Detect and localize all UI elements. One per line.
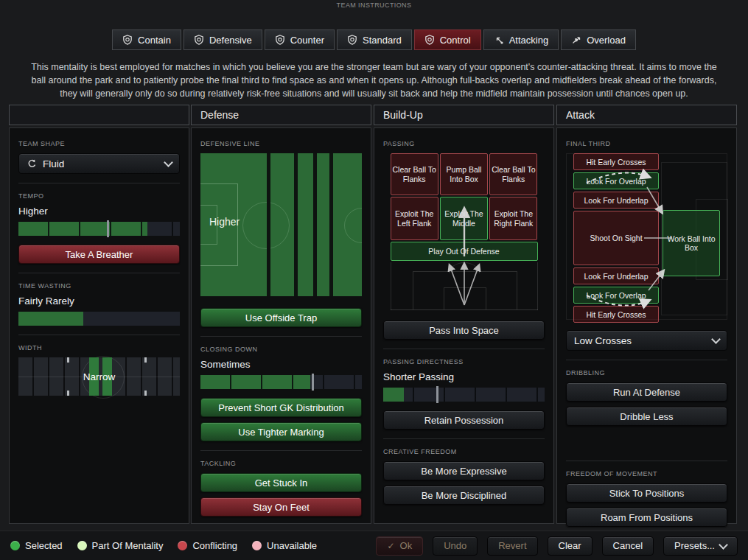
stick-to-positions-button[interactable]: Stick To Positions xyxy=(566,483,727,503)
zone-hit-early-crosses-bottom[interactable]: Hit Early Crosses xyxy=(573,306,659,323)
presets-button[interactable]: Presets... xyxy=(663,536,738,556)
closing-down-slider-tick xyxy=(312,374,314,391)
zone-play-out-of-defense[interactable]: Play Out Of Defense xyxy=(391,242,538,261)
divider xyxy=(18,335,180,335)
zone-look-for-overlap-bottom[interactable]: Look For Overlap xyxy=(573,287,659,304)
defensive-line-value: Higher xyxy=(209,216,240,228)
clear-button[interactable]: Clear xyxy=(548,536,593,556)
column-defense-header: Defense xyxy=(191,105,371,125)
slider-segments xyxy=(200,375,362,389)
tempo-slider[interactable] xyxy=(18,222,180,236)
final-third-label: FINAL THIRD xyxy=(566,140,727,147)
zone-look-for-underlap-bottom[interactable]: Look For Underlap xyxy=(573,267,659,284)
use-offside-trap-button[interactable]: Use Offside Trap xyxy=(200,308,362,327)
tab-attacking[interactable]: Attacking xyxy=(483,29,559,50)
tab-label: Contain xyxy=(138,35,171,46)
defensive-line-pitch[interactable]: Higher xyxy=(200,153,362,296)
zone-work-ball-into-box[interactable]: Work Ball Into Box xyxy=(663,210,720,276)
passing-directness-label: PASSING DIRECTNESS xyxy=(383,358,545,365)
tab-label: Control xyxy=(440,35,471,46)
crosses-dropdown[interactable]: Low Crosses xyxy=(566,330,727,351)
legend-label: Unavailable xyxy=(267,540,317,551)
zone-exploit-the-middle[interactable]: Exploit The Middle xyxy=(440,197,488,240)
column-build-up-header: Build-Up xyxy=(374,105,554,125)
tab-standard[interactable]: Standard xyxy=(337,29,412,50)
standard-shield-icon xyxy=(347,35,357,45)
zone-look-for-underlap-top[interactable]: Look For Underlap xyxy=(573,192,659,209)
column-defense-panel: DEFENSIVE LINE Higher Use Offside Trap C… xyxy=(191,127,371,524)
defensive-line-label: DEFENSIVE LINE xyxy=(200,140,362,147)
zone-look-for-overlap-top[interactable]: Look For Overlap xyxy=(573,172,659,189)
page-title: TEAM INSTRUCTIONS xyxy=(0,1,748,9)
zone-hit-early-crosses-top[interactable]: Hit Early Crosses xyxy=(573,153,659,170)
use-tighter-marking-button[interactable]: Use Tighter Marking xyxy=(200,422,362,441)
team-instructions-screen: TEAM INSTRUCTIONS Contain Defensive Coun… xyxy=(0,0,748,560)
pass-into-space-button[interactable]: Pass Into Space xyxy=(383,321,545,340)
time-wasting-slider[interactable] xyxy=(18,312,180,326)
dribble-less-button[interactable]: Dribble Less xyxy=(566,407,727,426)
closing-down-value: Sometimes xyxy=(200,359,362,370)
width-value: Narrow xyxy=(18,371,180,382)
team-shape-dropdown[interactable]: Fluid xyxy=(18,153,180,174)
closing-down-slider[interactable] xyxy=(200,375,362,389)
slider-segments xyxy=(383,388,545,402)
divider xyxy=(200,336,362,337)
run-at-defense-button[interactable]: Run At Defense xyxy=(566,382,727,402)
tab-overload[interactable]: Overload xyxy=(561,29,636,50)
zone-exploit-left-flank[interactable]: Exploit The Left Flank xyxy=(391,197,438,240)
revert-button[interactable]: Revert xyxy=(487,536,537,556)
width-tick xyxy=(67,391,69,396)
freedom-of-movement-label: FREEDOM OF MOVEMENT xyxy=(566,470,727,477)
legend-item-selected: Selected xyxy=(10,540,63,551)
goal-box xyxy=(444,287,486,309)
final-third-widget: Hit Early Crosses Look For Overlap Look … xyxy=(566,153,727,324)
legend-dot xyxy=(77,541,87,550)
column-build-up: Build-Up PASSING Clear Ball To Flanks Pu… xyxy=(374,105,554,524)
time-wasting-slider-fill xyxy=(18,312,83,326)
roam-from-positions-button[interactable]: Roam From Positions xyxy=(566,508,727,527)
column-attack-panel: FINAL THIRD Hit Early Crosses Look For O… xyxy=(556,127,737,524)
presets-label: Presets... xyxy=(674,540,715,551)
tab-control[interactable]: Control xyxy=(414,29,481,50)
legend: Selected Part Of Mentality Conflicting U… xyxy=(10,540,317,551)
width-tick xyxy=(144,357,147,363)
team-shape-label: TEAM SHAPE xyxy=(18,140,180,147)
get-stuck-in-button[interactable]: Get Stuck In xyxy=(200,473,362,492)
legend-label: Conflicting xyxy=(192,540,237,551)
team-shape-value: Fluid xyxy=(43,158,159,169)
zone-pump-ball-into-box[interactable]: Pump Ball Into Box xyxy=(440,153,488,195)
pitch-zone-divider xyxy=(329,153,333,296)
tempo-slider-tick xyxy=(107,220,109,237)
tab-counter[interactable]: Counter xyxy=(265,29,335,50)
mentality-description: This mentality is best employed for matc… xyxy=(24,60,724,100)
legend-dot xyxy=(10,541,20,550)
defensive-shield-icon xyxy=(194,35,204,45)
zone-exploit-right-flank[interactable]: Exploit The Right Flank xyxy=(489,197,537,240)
be-more-disciplined-button[interactable]: Be More Disciplined xyxy=(383,486,545,505)
tab-label: Defensive xyxy=(209,35,252,46)
divider xyxy=(383,438,545,439)
divider xyxy=(200,450,362,451)
prevent-short-gk-distribution-button[interactable]: Prevent Short GK Distribution xyxy=(200,398,362,417)
stay-on-feet-button[interactable]: Stay On Feet xyxy=(200,497,362,517)
retain-possession-button[interactable]: Retain Possession xyxy=(383,410,545,430)
column-attack-header: Attack xyxy=(556,105,737,125)
be-more-expressive-button[interactable]: Be More Expressive xyxy=(383,461,545,480)
zone-clear-ball-to-flanks-right[interactable]: Clear Ball To Flanks xyxy=(489,153,537,195)
legend-item-unavailable: Unavailable xyxy=(252,540,317,551)
zone-shoot-on-sight[interactable]: Shoot On Sight xyxy=(573,211,659,265)
tempo-label: TEMPO xyxy=(18,192,180,200)
divider xyxy=(566,360,727,360)
dribbling-label: DRIBBLING xyxy=(566,369,727,377)
cancel-button[interactable]: Cancel xyxy=(602,536,654,556)
width-control[interactable]: Narrow xyxy=(18,357,180,396)
ok-button[interactable]: ✓ Ok xyxy=(376,536,423,556)
tab-contain[interactable]: Contain xyxy=(112,29,181,50)
contain-shield-icon xyxy=(122,35,133,45)
passing-directness-slider[interactable] xyxy=(383,388,545,402)
zone-clear-ball-to-flanks-left[interactable]: Clear Ball To Flanks xyxy=(391,153,438,195)
take-a-breather-button[interactable]: Take A Breather xyxy=(18,245,180,264)
undo-button[interactable]: Undo xyxy=(433,536,478,556)
column-build-up-panel: PASSING Clear Ball To Flanks Pump Ball I… xyxy=(374,127,554,524)
tab-defensive[interactable]: Defensive xyxy=(183,29,262,50)
